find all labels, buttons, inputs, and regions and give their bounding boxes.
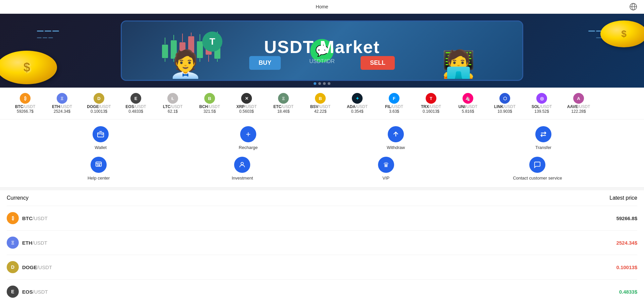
banner-dot-2[interactable] [318,82,321,85]
currency-name-eth: ETH/USDT [22,240,47,246]
currency-row-eos[interactable]: E EOS/USDT 0.4833$ [7,280,637,298]
vip-action[interactable]: ♛ VIP [369,157,403,181]
ticker-item-aave[interactable]: A AAVE/USDT 122.28$ [560,92,597,115]
ticker-pair-btc: BTC/USDT [15,104,36,109]
ticker-icon-ltc: Ł [167,93,178,104]
ticker-item-trx[interactable]: T TRX/USDT 0.16013$ [413,92,449,115]
globe-icon[interactable] [629,3,637,11]
quick-actions: Wallet + Recharge Withdraw Transfer [0,119,644,188]
wallet-label: Wallet [95,145,107,150]
ticker-price-doge: 0.10013$ [91,109,107,114]
ticker-pair-etc: ETC/USDT [273,104,293,109]
ticker-item-doge[interactable]: D DOGE/USDT 0.10013$ [80,92,117,115]
wallet-icon [93,126,109,142]
ticker-price-ada: 0.354$ [351,109,364,114]
ticker-pair-aave: AAVE/USDT [567,104,590,109]
currency-name-btc: BTC/USDT [22,215,48,221]
ticker-item-sol[interactable]: ◎ SOL/USDT 139.52$ [523,92,560,115]
ticker-icon-link: ⬡ [499,93,510,104]
withdraw-icon [388,126,404,142]
ticker-price-uni: 5.816$ [462,109,474,114]
currency-table-header: Currency Latest price [7,190,637,206]
recharge-action[interactable]: + Recharge [231,126,265,150]
help-center-action[interactable]: Help center [82,157,115,181]
ticker-item-fil[interactable]: F FIL/USDT 3.63$ [376,92,413,115]
ticker-icon-uni: 🦄 [463,93,473,104]
currency-name-doge: DOGE/USDT [22,264,52,270]
currency-row-doge[interactable]: D DOGE/USDT 0.10013$ [7,255,637,280]
banner-dot-4[interactable] [328,82,330,85]
ticker-item-bch[interactable]: B BCH/USDT 321.5$ [191,92,228,115]
ticker-icon-fil: F [389,93,399,104]
help-center-label: Help center [88,176,110,181]
currency-price-doge: 0.10013$ [616,264,637,270]
ticker-price-btc: 59266.7$ [17,109,34,114]
ticker-item-bsv[interactable]: B BSV/USDT 42.22$ [302,92,339,115]
wallet-action[interactable]: Wallet [84,126,117,150]
price-header-label: Latest price [609,195,637,201]
ticker-icon-xrp: ✕ [241,93,252,104]
ticker-pair-ada: ADA/USDT [347,104,368,109]
ticker-icon-bsv: B [315,93,326,104]
banner-card: USDT Market USDT/IDR BUY SELL T 💬 🧑‍💼 🧑‍… [121,20,523,81]
ticker-pair-eos: EOS/USDT [125,104,146,109]
currency-price-eth: 2524.34$ [616,240,637,246]
currency-icon-btc: ₿ [7,212,19,224]
ticker-item-link[interactable]: ⬡ LINK/USDT 10.903$ [486,92,523,115]
ticker-item-ada[interactable]: ✦ ADA/USDT 0.354$ [339,92,376,115]
currency-icon-eos: E [7,286,19,298]
header: Home [0,0,644,14]
ticker-icon-doge: D [94,93,104,104]
contact-customer-service-action[interactable]: Contact customer service [513,157,562,181]
ticker-pair-xrp: XRP/USDT [236,104,257,109]
ticker-icon-aave: A [573,93,584,104]
investment-action[interactable]: Investment [225,157,259,181]
banner: $ $ [0,14,644,88]
page-title: Home [316,4,328,9]
currency-row-btc[interactable]: ₿ BTC/USDT 59266.8$ [7,206,637,231]
ticker-item-ltc[interactable]: Ł LTC/USDT 62.1$ [154,92,191,115]
recharge-icon: + [240,126,256,142]
currency-left-doge: D DOGE/USDT [7,261,52,273]
ticker-pair-fil: FIL/USDT [385,104,403,109]
ticker-icon-trx: T [426,93,436,104]
ticker-item-etc[interactable]: Ξ ETC/USDT 18.46$ [265,92,302,115]
ticker-item-btc[interactable]: ₿ BTC/USDT 59266.7$ [7,92,44,115]
ticker-price-etc: 18.46$ [277,109,290,114]
ticker-price-sol: 139.52$ [534,109,549,114]
transfer-action[interactable]: Transfer [527,126,560,150]
ticker-price-eos: 0.4833$ [128,109,143,114]
contact-label: Contact customer service [513,176,562,181]
banner-dot-3[interactable] [323,82,326,85]
svg-point-4 [102,134,103,135]
withdraw-label: Withdraw [387,145,405,150]
ticker-price-ltc: 62.1$ [168,109,178,114]
ticker-pair-bch: BCH/USDT [199,104,220,109]
ticker-pair-link: LINK/USDT [494,104,516,109]
ticker-pair-ltc: LTC/USDT [163,104,182,109]
ticker-item-eth[interactable]: Ξ ETH/USDT 2524.34$ [44,92,80,115]
ticker-price-fil: 3.63$ [389,109,399,114]
ticker-icon-eth: Ξ [57,93,67,104]
transfer-label: Transfer [535,145,551,150]
svg-point-11 [241,162,244,165]
ticker-icon-etc: Ξ [278,93,289,104]
withdraw-action[interactable]: Withdraw [379,126,413,150]
ticker-pair-bsv: BSV/USDT [310,104,331,109]
ticker-pair-uni: UNI/USDT [459,104,478,109]
ticker-pair-doge: DOGE/USDT [87,104,111,109]
currency-header-label: Currency [7,195,29,201]
ticker-item-xrp[interactable]: ✕ XRP/USDT 0.5603$ [228,92,265,115]
currency-price-eos: 0.4833$ [619,289,637,295]
vip-icon: ♛ [378,157,394,173]
ticker-pair-trx: TRX/USDT [421,104,441,109]
currency-row-eth[interactable]: Ξ ETH/USDT 2524.34$ [7,231,637,255]
ticker-item-eos[interactable]: E EOS/USDT 0.4833$ [117,92,154,115]
recharge-label: Recharge [239,145,258,150]
currency-left-eos: E EOS/USDT [7,286,48,298]
ticker-pair-eth: ETH/USDT [52,104,72,109]
banner-dot-1[interactable] [314,82,316,85]
ticker-item-uni[interactable]: 🦄 UNI/USDT 5.816$ [449,92,486,115]
transfer-icon [535,126,551,142]
ticker-price-xrp: 0.5603$ [239,109,254,114]
